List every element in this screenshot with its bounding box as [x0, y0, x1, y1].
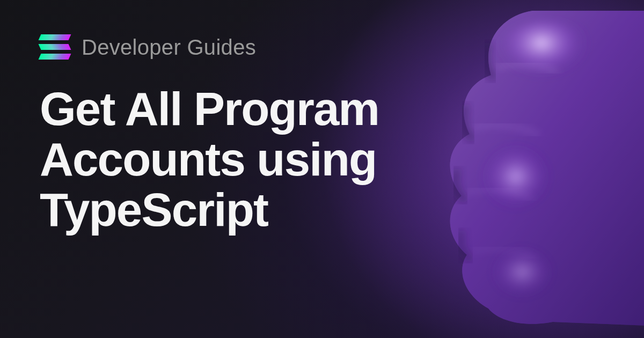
svg-point-1: [475, 123, 577, 220]
svg-point-0: [488, 21, 606, 107]
banner-card: Developer Guides Get All Program Account…: [0, 0, 644, 338]
content-area: Developer Guides Get All Program Account…: [40, 34, 480, 235]
header: Developer Guides: [40, 34, 480, 60]
page-title: Get All Program Accounts using TypeScrip…: [40, 84, 480, 235]
subtitle: Developer Guides: [82, 35, 256, 60]
solana-logo-icon: [40, 34, 70, 60]
svg-point-2: [486, 231, 577, 306]
